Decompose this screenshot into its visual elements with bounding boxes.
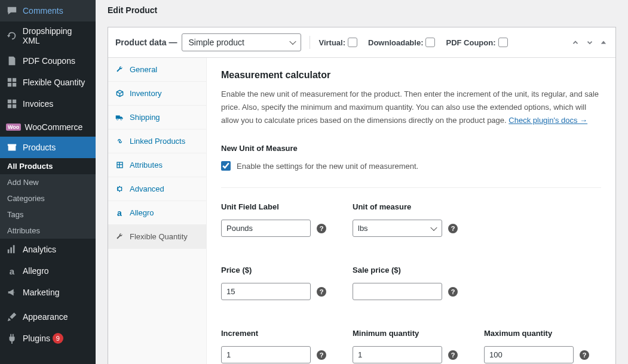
pdfcoupon-checkbox[interactable] [498,38,508,47]
svg-point-11 [117,118,118,120]
sidebar-item-marketing[interactable]: Marketing [0,282,96,303]
svg-rect-0 [8,78,11,82]
sidebar-sub-allproducts[interactable]: All Products [0,158,96,174]
help-icon[interactable]: ? [317,224,326,233]
sidebar-item-label: PDF Coupons [23,56,75,66]
page-title: Edit Product [108,5,616,15]
downloadable-checkbox[interactable] [425,38,435,47]
sidebar-item-comments[interactable]: Comments [0,0,96,21]
svg-rect-6 [8,104,11,108]
help-icon[interactable]: ? [448,350,458,360]
sidebar-sub-addnew[interactable]: Add New [0,174,96,190]
tab-label: General [130,65,157,74]
sidebar-item-woocommerce[interactable]: Woo WooCommerce [0,118,96,137]
pdf-icon [6,55,18,67]
tab-label: Allegro [130,208,154,217]
sidebar-item-label: Appearance [23,312,68,322]
sidebar-item-invoices[interactable]: Invoices [0,93,96,115]
enable-row: Enable the settings for the new unit of … [221,161,601,171]
svg-rect-7 [13,104,16,108]
sidebar-item-label: Invoices [23,99,53,109]
price-input[interactable] [221,283,311,300]
separator [310,36,310,49]
min-qty-input[interactable] [353,346,442,363]
field-label: Unit Field Label [221,202,329,211]
sidebar-sub-attributes[interactable]: Attributes [0,223,96,239]
megaphone-icon [6,286,18,298]
help-icon[interactable]: ? [317,350,326,360]
docs-link[interactable]: Check plugin's docs → [508,116,587,125]
sidebar-item-allegro[interactable]: a Allegro [0,260,96,282]
help-icon[interactable]: ? [448,287,458,297]
refresh-icon [6,30,18,42]
svg-rect-10 [13,245,15,254]
sidebar-item-label: Comments [23,6,63,16]
sidebar-item-analytics[interactable]: Analytics [0,239,96,260]
field-label: Maximum quantity [484,329,592,338]
tab-flexquantity[interactable]: Flexible Quantity [108,225,206,249]
tab-allegro[interactable]: a Allegro [108,201,206,225]
tab-shipping[interactable]: Shipping [108,106,206,129]
sidebar-sub-tags[interactable]: Tags [0,206,96,223]
svg-rect-2 [8,83,11,87]
sidebar-item-plugins[interactable]: Plugins 9 [0,328,96,349]
virtual-checkbox[interactable] [348,38,357,47]
gear-icon [115,185,124,193]
sidebar-item-label: Analytics [23,245,56,254]
fields-grid: Unit Field Label ? Unit of measure lbs [221,202,601,363]
wrench-icon [115,66,124,74]
tab-label: Linked Products [130,137,185,146]
sidebar-item-label: Products [23,143,56,152]
enable-checkbox[interactable] [221,161,231,171]
help-icon[interactable]: ? [448,224,458,233]
tab-label: Shipping [130,113,160,122]
sidebar-item-products[interactable]: Products [0,137,96,158]
product-type-select[interactable]: Simple product [182,33,301,51]
tab-label: Attributes [130,161,163,169]
tab-linked[interactable]: Linked Products [108,129,206,153]
tab-general[interactable]: General [108,58,206,82]
field-label: Unit of measure [353,202,460,211]
field-label: Minimum quantity [353,329,460,338]
field-max-qty: Maximum quantity ? [484,329,592,363]
tab-advanced[interactable]: Advanced [108,177,206,201]
allegro-icon: a [6,265,18,277]
chevron-up-icon[interactable] [570,37,581,48]
tab-inventory[interactable]: Inventory [108,82,206,106]
tab-label: Flexible Quantity [130,232,188,241]
sidebar-item-label: Allegro [23,266,49,276]
sidebar-item-label: Dropshipping XML [23,26,91,45]
sidebar-item-dropshipping[interactable]: Dropshipping XML [0,21,96,50]
toggle-panel-icon[interactable] [599,38,608,47]
products-icon [6,141,18,153]
chevron-down-icon[interactable] [584,37,595,48]
field-unit-label: Unit Field Label ? [221,202,329,237]
sidebar-item-label: WooCommerce [24,122,82,132]
help-icon[interactable]: ? [580,350,589,360]
virtual-label: Virtual: [318,38,357,47]
inventory-icon [115,90,124,98]
sidebar-item-flexquantity[interactable]: Flexible Quantity [0,72,96,93]
max-qty-input[interactable] [484,346,574,363]
sidebar-item-pdfcoupons[interactable]: PDF Coupons [0,50,96,72]
sidebar-item-appearance[interactable]: Appearance [0,306,96,328]
tab-attributes[interactable]: Attributes [108,153,206,177]
unit-measure-select[interactable]: lbs [353,220,442,237]
field-label: Increment [221,329,329,338]
svg-rect-5 [13,100,16,103]
enable-label: Enable the settings for the new unit of … [237,162,418,171]
sale-price-input[interactable] [353,283,442,300]
panel-body: General Inventory Shipping Linked Produc… [108,58,615,364]
field-sale-price: Sale price ($) ? [353,266,460,300]
unit-label-input[interactable] [221,220,311,237]
sidebar-item-label: Plugins [23,334,50,343]
help-icon[interactable]: ? [317,287,326,297]
sidebar-item-label: Marketing [23,288,59,297]
tab-content: Measurement calculator Enable the new un… [207,58,615,364]
panel-head-tools [570,37,608,48]
sidebar-submenu-products: All Products Add New Categories Tags Att… [0,158,96,239]
comments-icon [6,5,18,17]
sidebar-sub-categories[interactable]: Categories [0,190,96,206]
increment-input[interactable] [221,346,311,363]
product-tabs: General Inventory Shipping Linked Produc… [108,58,207,364]
